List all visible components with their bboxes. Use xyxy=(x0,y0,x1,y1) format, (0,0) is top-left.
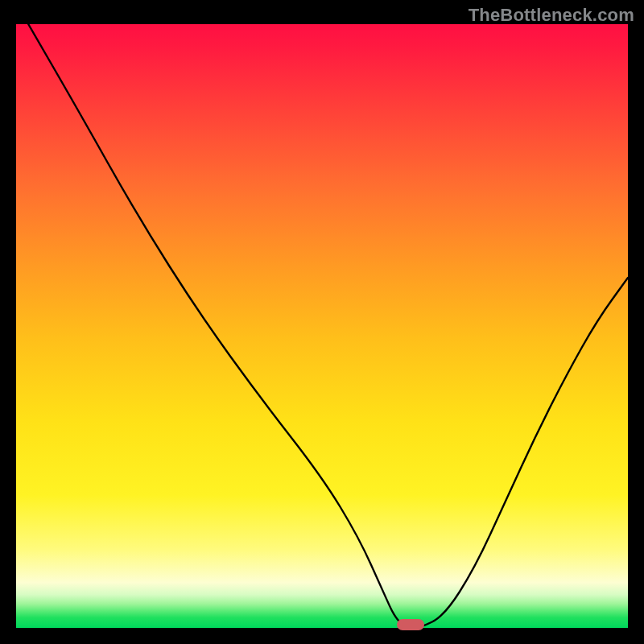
bottleneck-curve xyxy=(16,24,628,628)
optimal-marker xyxy=(397,619,424,630)
chart-frame: TheBottleneck.com xyxy=(0,0,644,644)
plot-area xyxy=(16,24,628,628)
watermark-text: TheBottleneck.com xyxy=(469,5,634,26)
